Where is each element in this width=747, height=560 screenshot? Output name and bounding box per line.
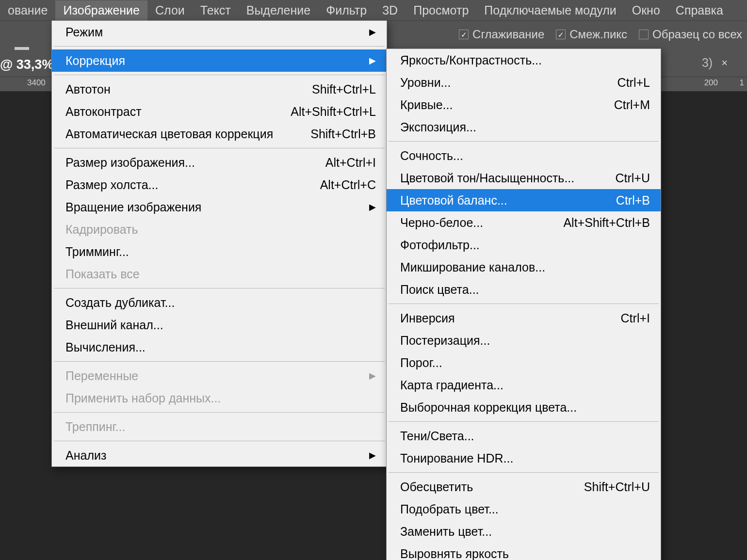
menu-item-shortcut: Shift+Ctrl+L (312, 82, 376, 96)
menu-item-help[interactable]: Справка (668, 0, 731, 20)
menu-item-view[interactable]: Просмотр (406, 0, 476, 20)
menu-item[interactable]: Выборочная коррекция цвета... (387, 396, 661, 418)
close-icon[interactable]: × (721, 57, 728, 69)
menu-item[interactable]: Тонирование HDR... (387, 447, 661, 469)
menu-separator (54, 46, 385, 47)
menu-item-label: Инверсия (400, 311, 606, 325)
menu-item-label: Черно-белое... (400, 216, 549, 230)
menu-item-label: Автоматическая цветовая коррекция (65, 127, 296, 141)
menu-item-shortcut: Ctrl+U (615, 171, 650, 185)
menu-item-label: Обесцветить (400, 480, 569, 494)
menu-item[interactable]: АвтотонShift+Ctrl+L (52, 78, 387, 100)
menu-item[interactable]: Фотофильтр... (387, 234, 661, 256)
menu-item-plugins[interactable]: Подключаемые модули (476, 0, 624, 20)
menu-item-label: Переменные (65, 369, 359, 383)
menu-item-label: Постеризация... (400, 334, 650, 348)
menu-separator (54, 75, 385, 75)
menu-item: Показать все (52, 263, 387, 285)
menu-item-label: Подобрать цвет... (400, 502, 650, 516)
menu-item-label: Карта градиента... (400, 378, 650, 392)
menu-item[interactable]: Поиск цвета... (387, 278, 661, 301)
menu-item[interactable]: Порог... (387, 352, 661, 374)
menu-item-image[interactable]: Изображение (55, 0, 147, 20)
menu-item-filter[interactable]: Фильтр (318, 0, 374, 20)
menu-separator (389, 141, 659, 142)
menu-item[interactable]: Тени/Света... (387, 425, 661, 447)
menu-item-label: Автотон (65, 82, 297, 96)
menu-item-shortcut: Ctrl+B (616, 193, 650, 208)
menu-item-label: Треппинг... (65, 420, 376, 434)
menu-item-label: Фотофильтр... (400, 238, 650, 252)
checkbox-antialias[interactable]: Сглаживание (459, 28, 544, 41)
menu-item[interactable]: Автоматическая цветовая коррекцияShift+C… (52, 123, 387, 145)
menu-item-shortcut: Shift+Ctrl+U (584, 480, 650, 494)
menu-item[interactable]: Коррекция▶ (52, 49, 387, 72)
menu-separator (389, 421, 659, 422)
menu-item-select[interactable]: Выделение (239, 0, 318, 20)
menu-item[interactable]: Микширование каналов... (387, 256, 661, 278)
menu-item[interactable]: ОбесцветитьShift+Ctrl+U (387, 476, 661, 498)
menu-item-label: Кривые... (400, 98, 600, 112)
menu-separator (389, 472, 659, 473)
menu-item-label: Показать все (65, 267, 376, 281)
menu-item[interactable]: Цветовой тон/Насыщенность...Ctrl+U (387, 167, 661, 189)
menu-item-layers[interactable]: Слои (147, 0, 193, 20)
menu-item[interactable]: Кривые...Ctrl+M (387, 94, 661, 116)
menu-item[interactable]: Уровни...Ctrl+L (387, 71, 661, 94)
menu-item-label: Цветовой тон/Насыщенность... (400, 171, 601, 185)
menu-item-label: Выровнять яркость (400, 547, 650, 560)
menu-item[interactable]: Постеризация... (387, 329, 661, 352)
ruler-tick: 3400 (27, 78, 46, 88)
menu-item-label: Заменить цвет... (400, 525, 650, 539)
menu-item-shortcut: Shift+Ctrl+B (310, 127, 376, 141)
menu-item: Применить набор данных... (52, 387, 387, 409)
menu-item-label: Поиск цвета... (400, 283, 650, 297)
menu-item-label: Кадрировать (65, 223, 376, 237)
menu-item-label: Уровни... (400, 76, 603, 90)
checkbox-sample-all[interactable]: Образец со всех (639, 28, 742, 41)
menu-item-edit-partial[interactable]: ование (0, 0, 55, 20)
menu-item-label: Яркость/Контрастность... (400, 53, 650, 67)
menu-item[interactable]: Выровнять яркость (387, 543, 661, 560)
menu-item[interactable]: Цветовой баланс...Ctrl+B (387, 189, 661, 211)
menu-item[interactable]: Размер изображения...Alt+Ctrl+I (52, 151, 387, 174)
menu-item[interactable]: Создать дубликат... (52, 291, 387, 314)
menu-item-label: Внешний канал... (65, 318, 376, 332)
menu-item-label: Анализ (65, 448, 359, 463)
menu-item[interactable]: Тримминг... (52, 240, 387, 263)
menu-separator (54, 412, 385, 413)
submenu-arrow-icon: ▶ (369, 450, 376, 461)
menu-item[interactable]: Заменить цвет... (387, 520, 661, 543)
menu-item[interactable]: Сочность... (387, 144, 661, 167)
menu-item[interactable]: Карта градиента... (387, 374, 661, 396)
menu-item[interactable]: Размер холста...Alt+Ctrl+C (52, 174, 387, 196)
menu-item[interactable]: АвтоконтрастAlt+Shift+Ctrl+L (52, 100, 387, 123)
menu-item-window[interactable]: Окно (624, 0, 668, 20)
menu-item[interactable]: Вычисления... (52, 336, 387, 358)
check-icon (459, 30, 469, 39)
menu-item[interactable]: Режим▶ (52, 21, 387, 43)
menu-item[interactable]: Анализ▶ (52, 444, 387, 466)
checkbox-contiguous[interactable]: Смеж.пикс (556, 28, 627, 41)
menu-item-shortcut: Ctrl+L (617, 76, 650, 90)
menu-item-label: Применить набор данных... (65, 391, 376, 405)
ruler-tick: 1 (740, 78, 744, 88)
menu-item[interactable]: Вращение изображения▶ (52, 196, 387, 218)
menu-item-shortcut: Alt+Shift+Ctrl+L (291, 105, 376, 119)
menu-item-type[interactable]: Текст (193, 0, 239, 20)
menu-item[interactable]: Экспозиция... (387, 116, 661, 138)
menu-item-label: Сочность... (400, 149, 650, 163)
menu-item-3d[interactable]: 3D (374, 0, 406, 20)
menu-item[interactable]: ИнверсияCtrl+I (387, 307, 661, 329)
menu-item-label: Размер холста... (65, 178, 306, 192)
menu-item[interactable]: Яркость/Контрастность... (387, 49, 661, 71)
checkbox-label: Смеж.пикс (569, 28, 627, 41)
menu-separator (54, 361, 385, 362)
menu-item-label: Вычисления... (65, 340, 376, 354)
menu-item-label: Создать дубликат... (65, 296, 376, 310)
menu-item[interactable]: Внешний канал... (52, 314, 387, 336)
menu-item[interactable]: Черно-белое...Alt+Shift+Ctrl+B (387, 211, 661, 234)
menu-item: Переменные▶ (52, 365, 387, 387)
menu-item[interactable]: Подобрать цвет... (387, 498, 661, 520)
menu-separator (389, 304, 659, 304)
